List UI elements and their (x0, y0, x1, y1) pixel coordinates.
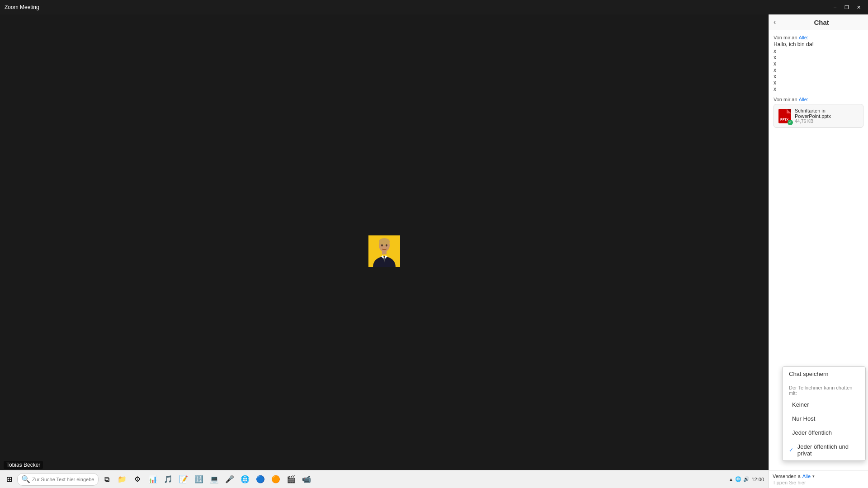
taskbar-pin-1[interactable]: ⚙ (130, 472, 145, 487)
context-menu-public-private[interactable]: ✓ Jeder öffentlich und privat (783, 440, 865, 460)
restore-button[interactable]: ❐ (842, 2, 852, 12)
chat-header: ‹ Chat (769, 14, 868, 30)
context-menu-nobody[interactable]: Keiner (783, 398, 865, 412)
window-title: Zoom Meeting (5, 4, 830, 10)
chat-extra-1: x (774, 48, 863, 54)
chat-extra-6: x (774, 80, 863, 86)
taskbar-pin-10[interactable]: 🟠 (269, 472, 283, 487)
chat-message-group-2: Von mir an Alle: PPTX ✓ Schriftarten in … (774, 97, 863, 128)
system-tray-arrow[interactable]: ▲ (729, 477, 734, 482)
file-check-icon: ✓ (788, 120, 793, 125)
chat-footer: Versenden a Alle ▾ Tippen Sie hier (769, 470, 868, 488)
close-button[interactable]: ✕ (854, 2, 863, 12)
title-bar: Zoom Meeting – ❐ ✕ (0, 0, 868, 14)
taskbar-pin-3[interactable]: 🎵 (161, 472, 175, 487)
context-menu-divider (783, 382, 865, 382)
taskbar-pin-5[interactable]: 🔢 (192, 472, 206, 487)
context-menu-save-chat[interactable]: Chat speichern (783, 367, 865, 381)
chat-extra-3: x (774, 61, 863, 67)
context-menu-section-label: Der Teilnehmer kann chatten mit: (783, 383, 865, 398)
video-area (0, 14, 769, 488)
taskbar-pin-9[interactable]: 🔵 (253, 472, 268, 487)
chat-msg-text-1: Hallo, ich bin da! (774, 41, 863, 47)
send-target-arrow[interactable]: ▾ (812, 474, 815, 479)
context-menu: Chat speichern Der Teilnehmer kann chatt… (782, 366, 866, 461)
context-menu-host-only[interactable]: Nur Host (783, 412, 865, 426)
svg-text:PPTX: PPTX (780, 118, 789, 121)
chat-extra-7: x (774, 86, 863, 92)
taskbar-task-view[interactable]: ⧉ (99, 472, 114, 487)
chat-title: Chat (779, 19, 863, 26)
participant-avatar (368, 235, 400, 267)
taskbar-pin-8[interactable]: 🌐 (238, 472, 252, 487)
taskbar-pin-6[interactable]: 💻 (207, 472, 222, 487)
minimize-button[interactable]: – (830, 2, 840, 12)
system-tray-clock: 12:00 (751, 477, 764, 482)
chat-extra-2: x (774, 54, 863, 61)
file-name: Schriftarten in PowerPoint.pptx (795, 108, 859, 119)
taskbar-zoom-icon[interactable]: 📹 (299, 472, 314, 487)
window-controls: – ❐ ✕ (830, 2, 863, 12)
search-icon: 🔍 (21, 475, 30, 483)
chat-extra-5: x (774, 73, 863, 80)
svg-point-4 (381, 244, 383, 247)
file-type-icon: PPTX ✓ (778, 109, 791, 123)
chat-msg-sender-2: Von mir an Alle: (774, 97, 863, 102)
system-tray: ▲ 🌐 🔊 12:00 (729, 476, 767, 482)
svg-point-2 (379, 238, 390, 245)
chat-extra-4: x (774, 67, 863, 73)
taskbar-search-input[interactable] (32, 477, 94, 482)
taskbar-explorer[interactable]: 📁 (115, 472, 129, 487)
start-button[interactable]: ⊞ (2, 472, 16, 487)
system-tray-network: 🌐 (735, 476, 741, 482)
file-size: 44,76 KB (795, 119, 859, 124)
send-target-dropdown[interactable]: Alle (802, 474, 811, 479)
chat-send-target: Versenden a Alle ▾ (773, 474, 864, 479)
chat-input-area[interactable]: Tippen Sie hier (773, 480, 864, 485)
svg-rect-3 (382, 251, 387, 254)
taskbar-pin-11[interactable]: 🎬 (284, 472, 298, 487)
taskbar-pin-7[interactable]: 🎤 (222, 472, 237, 487)
context-menu-public-only[interactable]: Jeder öffentlich (783, 426, 865, 440)
system-tray-sound: 🔊 (743, 476, 750, 482)
avatar-image (368, 235, 400, 267)
participant-name-badge: Tobias Becker (4, 461, 43, 469)
file-attachment[interactable]: PPTX ✓ Schriftarten in PowerPoint.pptx 4… (774, 104, 863, 128)
chat-collapse-button[interactable]: ‹ (774, 18, 776, 26)
file-info: Schriftarten in PowerPoint.pptx 44,76 KB (795, 108, 859, 124)
chat-msg-sender-1: Von mir an Alle: (774, 35, 863, 40)
chat-message-group-1: Von mir an Alle: Hallo, ich bin da! x x … (774, 35, 863, 92)
taskbar-pin-4[interactable]: 📝 (176, 472, 191, 487)
taskbar: ⊞ 🔍 ⧉ 📁 ⚙ 📊 🎵 📝 🔢 💻 🎤 🌐 🔵 🟠 🎬 📹 ▲ 🌐 🔊 12… (0, 470, 769, 488)
svg-point-5 (386, 244, 387, 247)
taskbar-search[interactable]: 🔍 (17, 473, 99, 486)
taskbar-pin-2[interactable]: 📊 (146, 472, 160, 487)
